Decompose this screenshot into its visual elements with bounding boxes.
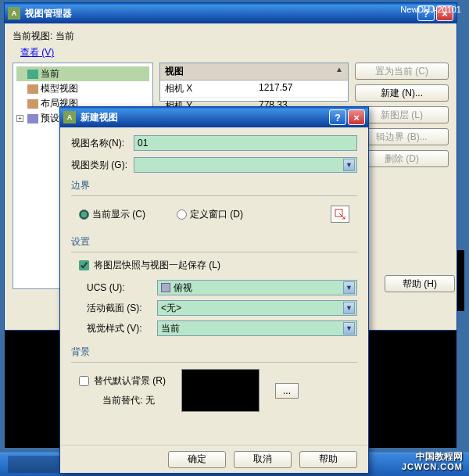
- group-settings: 设置: [71, 235, 357, 249]
- override-info: 当前替代: 无: [102, 394, 166, 407]
- action-buttons: 置为当前 (C) 新建 (N)... 新图层 (L) 辑边界 (B)... 删除…: [355, 63, 449, 167]
- radio-define-window[interactable]: 定义窗口 (D): [177, 208, 243, 221]
- current-view-row: 当前视图: 当前: [13, 30, 449, 43]
- ucs-select[interactable]: 俯视▼: [157, 280, 357, 295]
- dlg-help-sys-button[interactable]: ?: [329, 109, 346, 125]
- taskbar-appname: NewDHJ-20101: [400, 5, 461, 14]
- group-border: 边界: [71, 179, 357, 192]
- prop-row: 相机 X1217.57: [160, 81, 348, 98]
- view-link[interactable]: 查看 (V): [20, 47, 54, 58]
- style-label: 视觉样式 (V):: [87, 322, 157, 335]
- current-view-value: 当前: [55, 30, 74, 41]
- tree-node-model[interactable]: 模型视图: [16, 81, 149, 96]
- radio-current-display[interactable]: 当前显示 (C): [79, 208, 145, 221]
- expand-icon[interactable]: +: [16, 115, 23, 122]
- pick-window-button[interactable]: [331, 206, 349, 223]
- chevron-down-icon: ▼: [343, 322, 355, 335]
- edit-bound-button[interactable]: 辑边界 (B)...: [355, 128, 449, 145]
- update-layer-button[interactable]: 新图层 (L): [355, 106, 449, 123]
- section-select[interactable]: <无>▼: [157, 300, 357, 316]
- watermark: 中国教程网 JCWCN.COM: [402, 452, 463, 471]
- type-select[interactable]: ▼: [134, 157, 357, 173]
- help-button[interactable]: 帮助 (H): [385, 275, 455, 292]
- group-background: 背景: [71, 345, 357, 359]
- chevron-down-icon: ▼: [343, 159, 355, 171]
- dlg-close-sys-button[interactable]: ×: [348, 109, 365, 125]
- dlg-title: 新建视图: [81, 111, 329, 124]
- property-header: 视图▲: [160, 63, 348, 81]
- bg-preview: [181, 369, 260, 412]
- cancel-button[interactable]: 取消: [234, 451, 292, 468]
- override-bg-checkbox[interactable]: 替代默认背景 (R): [79, 374, 166, 388]
- chevron-down-icon: ▼: [343, 281, 355, 294]
- snapshot-checkbox[interactable]: 将图层快照与视图一起保存 (L): [79, 259, 357, 272]
- app-icon: A: [8, 7, 20, 20]
- ok-button[interactable]: 确定: [168, 451, 226, 468]
- dlg-help-button[interactable]: 帮助: [299, 451, 357, 468]
- style-select[interactable]: 当前▼: [157, 320, 357, 336]
- main-title: 视图管理器: [25, 7, 417, 20]
- delete-button[interactable]: 删除 (D): [355, 150, 449, 167]
- chevron-down-icon: ▼: [343, 302, 355, 314]
- type-label: 视图类别 (G):: [71, 159, 134, 172]
- section-label: 活动截面 (S):: [87, 302, 157, 315]
- ucs-label: UCS (U):: [87, 282, 157, 293]
- main-titlebar: A 视图管理器 ? ×: [5, 3, 456, 23]
- new-view-button[interactable]: 新建 (N)...: [355, 84, 449, 102]
- dlg-titlebar: A 新建视图 ? ×: [60, 107, 368, 127]
- dlg-icon: A: [63, 111, 76, 123]
- property-pane: 视图▲ 相机 X1217.57 相机 Y778.33: [159, 63, 349, 102]
- tree-node-current[interactable]: 当前: [16, 66, 149, 81]
- new-view-dialog: A 新建视图 ? × 视图名称(N): 视图类别 (G): ▼ 边界 当前显示 …: [59, 106, 369, 474]
- name-label: 视图名称(N):: [71, 137, 134, 150]
- collapse-icon[interactable]: ▲: [335, 65, 343, 78]
- name-input[interactable]: [134, 135, 357, 151]
- bg-browse-button[interactable]: ...: [275, 383, 299, 399]
- set-current-button[interactable]: 置为当前 (C): [355, 63, 449, 80]
- current-view-label: 当前视图:: [13, 30, 52, 41]
